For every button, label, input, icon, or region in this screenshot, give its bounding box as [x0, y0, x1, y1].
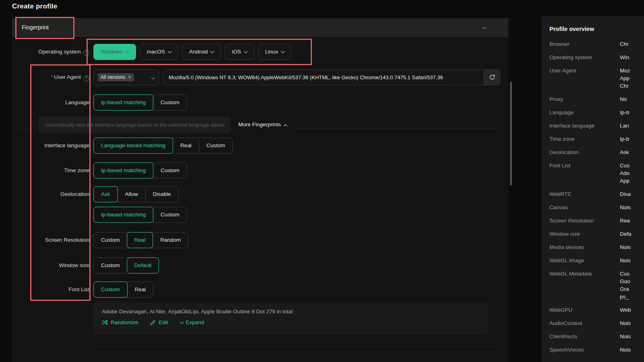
user-agent-label: *User Agent?	[12, 73, 89, 81]
bottom-divider	[95, 347, 500, 347]
geolocation-permission-toggle: Ask Allow Disable	[93, 186, 179, 202]
screen-resolution-toggle: Custom Real Random	[93, 232, 188, 248]
page-title: Create profile	[12, 2, 57, 10]
close-icon[interactable]: ×	[128, 74, 131, 80]
overview-row-media-devices: Media devicesNois	[549, 243, 644, 251]
overview-row-time-zone: Time zoneIp-b	[549, 135, 644, 143]
interface-language-toggle: Language-based matching Real Custom	[93, 138, 233, 154]
scrollbar-thumb[interactable]	[510, 82, 512, 185]
time-zone-option-custom[interactable]: Custom	[153, 163, 187, 178]
os-button-windows[interactable]: Windows	[93, 44, 136, 60]
geolocation-option-custom[interactable]: Custom	[153, 207, 187, 222]
overview-row-font-list: Font ListCus Ado App	[549, 162, 644, 185]
geolocation-option-ask[interactable]: Ask	[93, 186, 118, 202]
os-button-ios[interactable]: iOS	[225, 44, 254, 60]
overview-row-browser: BrowserChr	[549, 40, 644, 48]
overview-row-speechvoices: SpeechVoicesNois	[549, 346, 644, 354]
chevron-down-icon	[281, 49, 285, 53]
overview-row-webgl-metadata: WebGL MetadataCus Goo Gra ps_	[549, 270, 644, 300]
geolocation-option-disable[interactable]: Disable	[145, 187, 178, 202]
language-option-custom[interactable]: Custom	[153, 95, 187, 110]
window-size-option-custom[interactable]: Custom	[94, 258, 127, 273]
overview-row-clientrects: ClientRectsNois	[549, 333, 644, 340]
overview-row-language: LanguageIp-b	[549, 109, 644, 116]
ua-version-tag[interactable]: All versions×	[98, 73, 134, 81]
interface-language-option-custom[interactable]: Custom	[199, 138, 233, 153]
geolocation-option-allow[interactable]: Allow	[118, 187, 145, 202]
screen-resolution-label: Screen Resolution	[12, 236, 89, 244]
overview-row-webgpu: WebGPUWeb	[549, 306, 644, 314]
fingerprint-panel: Fingerprint Operating system? Windows ma…	[12, 18, 508, 362]
operating-system-label: Operating system?	[12, 48, 89, 56]
language-label: Language	[12, 99, 89, 107]
chevron-up-icon	[283, 124, 287, 128]
chevron-down-icon	[211, 49, 215, 53]
ua-version-dropdown[interactable]: All versions×	[93, 69, 159, 85]
chevron-down-icon	[151, 75, 155, 79]
overview-row-webgl-image: WebGL ImageNois	[549, 257, 644, 264]
language-option-ip-based[interactable]: Ip-based matching	[93, 95, 153, 111]
more-fingerprints-toggle[interactable]: More Fingerprints	[234, 121, 291, 129]
window-size-label: Window size	[12, 261, 89, 269]
overview-row-audiocontext: AudioContextNois	[549, 319, 644, 327]
overview-row-operating-system: Operating systemWin	[549, 53, 644, 61]
edit-fonts-button[interactable]: Edit	[150, 319, 168, 325]
font-list-toggle: Custom Real	[93, 282, 153, 298]
user-agent-field	[163, 69, 500, 85]
required-asterisk: *	[51, 74, 53, 80]
font-list-summary-panel: Adobe Devanagari, Al Nile, AnjaliOldLipi…	[93, 302, 488, 335]
time-zone-label: Time zone	[12, 167, 89, 175]
overview-row-webrtc: WebRTCDisa	[549, 190, 644, 198]
help-icon[interactable]: ?	[83, 50, 89, 56]
help-icon[interactable]: ?	[83, 75, 89, 81]
overview-row-screen-resolution: Screen ResolutionRea	[549, 217, 644, 224]
time-zone-toggle: Ip-based matching Custom	[93, 162, 187, 179]
language-toggle: Ip-based matching Custom	[93, 95, 187, 111]
chevron-down-icon	[180, 320, 184, 324]
user-agent-input[interactable]	[163, 70, 484, 85]
expand-fonts-button[interactable]: Expand	[180, 319, 204, 325]
overview-row-proxy: ProxyNo	[549, 95, 644, 103]
overview-row-canvas: CanvasNois	[549, 204, 644, 211]
time-zone-option-ip-based[interactable]: Ip-based matching	[93, 162, 153, 179]
randomize-fonts-button[interactable]: Randomize	[102, 319, 138, 325]
font-list-summary: Adobe Devanagari, Al Nile, AnjaliOldLipi…	[102, 309, 479, 315]
chevron-down-icon	[125, 49, 129, 53]
profile-overview-panel: Profile overview BrowserChr Operating sy…	[541, 16, 644, 362]
screen-resolution-option-random[interactable]: Random	[153, 232, 188, 248]
fingerprint-section-title: Fingerprint	[22, 18, 49, 37]
font-list-option-custom[interactable]: Custom	[93, 282, 128, 298]
font-list-option-real[interactable]: Real	[127, 282, 153, 297]
refresh-ua-button[interactable]	[484, 70, 500, 85]
interface-language-option-language-based[interactable]: Language-based matching	[93, 138, 173, 154]
chevron-down-icon	[167, 49, 171, 53]
interface-language-option-real[interactable]: Real	[173, 138, 199, 153]
screen-resolution-option-custom[interactable]: Custom	[94, 232, 127, 248]
geolocation-label: Geolocation	[12, 190, 89, 198]
overview-row-user-agent: User AgentMoz App Chr	[549, 67, 644, 90]
interface-language-label: Interface language	[12, 142, 89, 150]
overview-title: Profile overview	[549, 26, 644, 32]
overview-row-window-size: Window sizeDefa	[549, 230, 644, 238]
font-list-label: Font List	[12, 286, 89, 294]
window-size-toggle: Custom Default	[93, 257, 159, 274]
language-tooltip: Automatically sets the interface languag…	[38, 117, 231, 134]
chevron-down-icon	[244, 49, 248, 53]
window-size-option-default[interactable]: Default	[127, 257, 159, 274]
os-button-group: Windows macOS Android iOS Linux	[93, 44, 291, 60]
overview-row-geolocation: GeolocationAsk	[549, 148, 644, 156]
os-button-linux[interactable]: Linux	[258, 44, 291, 60]
os-button-macos[interactable]: macOS	[140, 44, 178, 60]
geolocation-option-ip-based[interactable]: Ip-based matching	[93, 207, 153, 223]
screen-resolution-option-real[interactable]: Real	[127, 232, 153, 248]
shuffle-icon	[102, 320, 108, 325]
overview-row-interface-language: Interface languageLan	[549, 122, 644, 130]
fingerprint-section-header[interactable]: Fingerprint	[12, 18, 508, 37]
pencil-icon	[150, 320, 156, 325]
os-button-android[interactable]: Android	[182, 44, 221, 60]
chevron-down-icon[interactable]	[483, 25, 487, 29]
refresh-icon	[489, 74, 495, 80]
geolocation-mode-toggle: Ip-based matching Custom	[93, 207, 187, 223]
